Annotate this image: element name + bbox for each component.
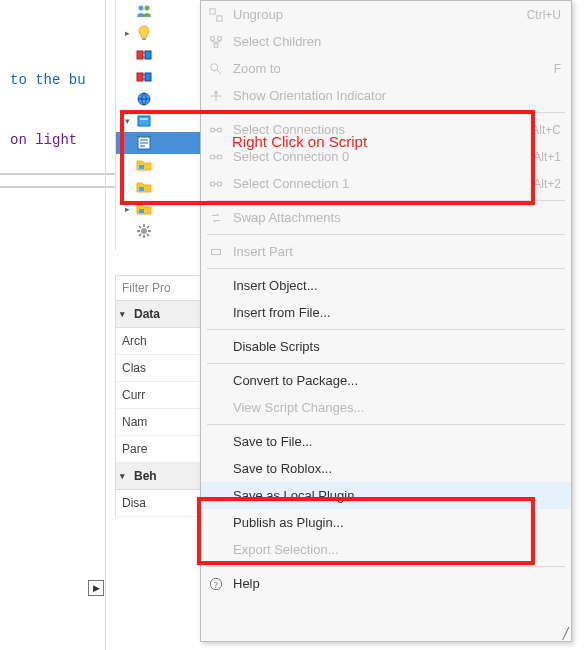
menu-item-label: Save as Local Plugin... [233,488,553,503]
svg-rect-11 [139,165,144,169]
svg-rect-24 [218,155,222,159]
svg-point-0 [139,6,144,11]
svg-rect-8 [138,116,150,126]
orient-icon [207,87,225,105]
context-menu[interactable]: UngroupCtrl+USelect ChildrenZoom toFShow… [200,0,572,642]
folder-icon [136,157,152,173]
zoom-icon [207,60,225,78]
menu-separator [207,566,565,567]
menu-item[interactable]: ?Help [201,570,571,597]
svg-rect-27 [212,249,221,254]
menu-item-label: Disable Scripts [233,339,553,354]
menu-item-shortcut: Ctrl+U [527,8,561,22]
svg-rect-17 [211,36,215,40]
menu-separator [207,424,565,425]
menu-item[interactable]: Save to File... [201,428,571,455]
ungroup-icon [207,6,225,24]
blank-icon [207,399,225,417]
svg-rect-16 [217,15,222,20]
menu-item-label: Ungroup [233,7,519,22]
property-label: Clas [122,361,146,375]
menu-item[interactable]: Save as Local Plugin... [201,482,571,509]
property-label: Disa [122,496,146,510]
people-icon [136,3,152,19]
menu-separator [207,200,565,201]
property-label: Pare [122,442,147,456]
menu-item-label: Show Orientation Indicator [233,88,553,103]
svg-rect-25 [211,182,215,186]
svg-rect-9 [140,118,148,120]
blank-icon [207,541,225,559]
svg-point-20 [211,63,218,70]
menu-item-shortcut: F [554,62,561,76]
blank-icon [207,372,225,390]
svg-rect-15 [210,8,215,13]
menu-item-label: View Script Changes... [233,400,553,415]
svg-point-1 [145,6,150,11]
menu-separator [207,268,565,269]
part-red-icon [136,47,152,63]
blank-icon [207,338,225,356]
menu-item: Select Connection 0Alt+1 [201,143,571,170]
menu-item[interactable]: Disable Scripts [201,333,571,360]
menu-separator [207,112,565,113]
menu-separator [207,329,565,330]
svg-rect-12 [139,187,144,191]
help-icon: ? [207,575,225,593]
menu-item[interactable]: Insert Object... [201,272,571,299]
code-token: to the bu [10,72,86,88]
chevron-right-icon[interactable]: ▸ [122,28,132,38]
panel-divider [0,186,115,188]
menu-item-label: Select Connections [233,122,523,137]
svg-rect-18 [218,36,222,40]
blank-icon [207,487,225,505]
svg-rect-6 [145,73,151,81]
menu-item-shortcut: Alt+2 [533,177,561,191]
svg-rect-26 [218,182,222,186]
blank-icon [207,304,225,322]
menu-item: Select ConnectionsAlt+C [201,116,571,143]
svg-rect-3 [137,51,143,59]
svg-rect-2 [142,38,146,40]
menu-item: View Script Changes... [201,394,571,421]
menu-item-label: Save to File... [233,434,553,449]
menu-item-label: Help [233,576,553,591]
svg-rect-21 [211,128,215,132]
part-blue-icon [136,113,152,129]
script-icon [136,135,152,151]
menu-item: Show Orientation Indicator [201,82,571,109]
svg-rect-22 [218,128,222,132]
menu-item-label: Select Children [233,34,553,49]
menu-item-label: Select Connection 1 [233,176,525,191]
menu-item-label: Insert Part [233,244,553,259]
menu-item-shortcut: Alt+1 [533,150,561,164]
folder-icon [136,201,152,217]
conn-icon [207,148,225,166]
svg-rect-23 [211,155,215,159]
svg-point-14 [141,228,147,234]
menu-item[interactable]: Save to Roblox... [201,455,571,482]
swap-icon [207,209,225,227]
menu-item-label: Publish as Plugin... [233,515,553,530]
menu-item[interactable]: Publish as Plugin... [201,509,571,536]
property-label: Arch [122,334,147,348]
bulb-icon [136,25,152,41]
menu-item-label: Convert to Package... [233,373,553,388]
code-editor-snippet: to the bu on light [10,30,86,190]
svg-rect-19 [214,43,218,47]
conn-icon [207,121,225,139]
panel-divider [0,173,115,175]
menu-item: Zoom toF [201,55,571,82]
menu-item: Select Children [201,28,571,55]
menu-item-label: Insert Object... [233,278,553,293]
section-label: Data [134,307,160,321]
property-label: Curr [122,388,145,402]
cog-icon [136,223,152,239]
menu-item[interactable]: Insert from File... [201,299,571,326]
panel-expand-button[interactable]: ▶ [88,580,104,596]
menu-item-shortcut: Alt+C [531,123,561,137]
chevron-down-icon[interactable]: ▾ [122,116,132,126]
menu-item-label: Save to Roblox... [233,461,553,476]
menu-item[interactable]: Convert to Package... [201,367,571,394]
chevron-right-icon[interactable]: ▸ [122,204,132,214]
